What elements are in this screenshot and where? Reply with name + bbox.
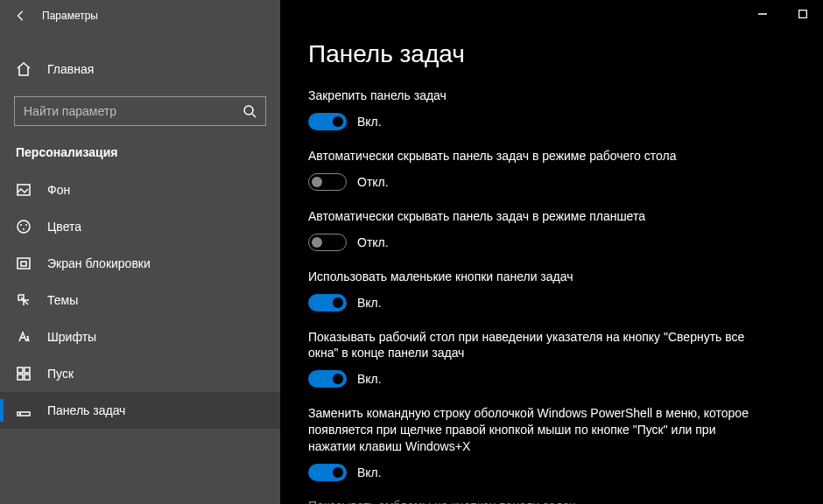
toggle-state: Вкл. bbox=[357, 296, 382, 310]
home-icon bbox=[16, 61, 32, 77]
toggle-state: Вкл. bbox=[357, 372, 382, 386]
svg-point-0 bbox=[244, 106, 253, 115]
start-icon bbox=[16, 366, 32, 382]
window-title: Параметры bbox=[42, 10, 98, 22]
taskbar-icon bbox=[16, 402, 32, 418]
nav-label: Пуск bbox=[47, 367, 74, 381]
setting-small-buttons: Использовать маленькие кнопки панели зад… bbox=[308, 269, 795, 312]
nav-label: Цвета bbox=[47, 220, 81, 234]
svg-rect-11 bbox=[25, 374, 30, 380]
setting-label: Закрепить панель задач bbox=[308, 88, 763, 104]
nav-label: Экран блокировки bbox=[47, 256, 151, 270]
nav-item-background[interactable]: Фон bbox=[0, 172, 280, 208]
maximize-icon bbox=[798, 10, 807, 18]
search-box[interactable] bbox=[14, 96, 266, 126]
svg-point-5 bbox=[23, 228, 25, 230]
toggle-state: Откл. bbox=[357, 235, 389, 249]
nav-item-start[interactable]: Пуск bbox=[0, 355, 280, 392]
setting-label: Автоматически скрывать панель задач в ре… bbox=[308, 208, 763, 225]
nav-label: Темы bbox=[47, 293, 78, 307]
svg-rect-7 bbox=[21, 262, 26, 266]
setting-lock-taskbar: Закрепить панель задач Вкл. bbox=[308, 88, 795, 130]
search-input[interactable] bbox=[24, 104, 243, 118]
toggle-autohide-desktop[interactable] bbox=[308, 173, 347, 191]
nav-item-fonts[interactable]: Шрифты bbox=[0, 318, 280, 355]
content: Панель задач Закрепить панель задач Вкл.… bbox=[280, 0, 823, 504]
nav-label: Шрифты bbox=[47, 330, 96, 344]
setting-label-badges: Показывать эмблемы на кнопках панели зад… bbox=[308, 499, 795, 504]
minimize-icon bbox=[758, 10, 767, 18]
svg-point-3 bbox=[20, 224, 22, 226]
nav-item-taskbar[interactable]: Панель задач bbox=[0, 392, 280, 429]
toggle-state: Вкл. bbox=[357, 466, 382, 480]
picture-icon bbox=[16, 182, 32, 198]
titlebar: Параметры bbox=[0, 0, 280, 32]
svg-rect-10 bbox=[18, 374, 23, 380]
toggle-state: Откл. bbox=[357, 175, 389, 189]
setting-label: Заменить командную строку оболочкой Wind… bbox=[308, 405, 763, 455]
themes-icon bbox=[16, 292, 32, 308]
toggle-powershell[interactable] bbox=[308, 464, 347, 481]
setting-label: Использовать маленькие кнопки панели зад… bbox=[308, 269, 763, 285]
minimize-button[interactable] bbox=[742, 0, 783, 28]
toggle-autohide-tablet[interactable] bbox=[308, 234, 347, 251]
svg-rect-14 bbox=[799, 10, 807, 18]
toggle-small-buttons[interactable] bbox=[308, 294, 347, 312]
nav-label: Панель задач bbox=[47, 403, 125, 417]
search-icon bbox=[243, 104, 257, 118]
nav-item-lockscreen[interactable]: Экран блокировки bbox=[0, 245, 280, 282]
toggle-peek-desktop[interactable] bbox=[308, 370, 347, 388]
svg-rect-9 bbox=[25, 368, 30, 373]
svg-rect-8 bbox=[18, 368, 23, 373]
page-title: Панель задач bbox=[308, 40, 795, 68]
svg-point-2 bbox=[18, 220, 30, 233]
maximize-button[interactable] bbox=[783, 0, 823, 28]
sidebar: Параметры Главная Персонализация Фон Цве… bbox=[0, 0, 280, 504]
category-label: Персонализация bbox=[0, 126, 280, 172]
home-label: Главная bbox=[47, 62, 94, 76]
main-panel: Панель задач Закрепить панель задач Вкл.… bbox=[280, 0, 823, 504]
lockscreen-icon bbox=[16, 256, 32, 271]
arrow-left-icon bbox=[15, 10, 27, 22]
setting-peek-desktop: Показывать рабочий стол при наведении ук… bbox=[308, 329, 795, 388]
nav-list: Фон Цвета Экран блокировки Темы Шрифты П… bbox=[0, 172, 280, 504]
nav-label: Фон bbox=[47, 183, 70, 197]
setting-autohide-desktop: Автоматически скрывать панель задач в ре… bbox=[308, 148, 795, 191]
window-controls bbox=[742, 0, 823, 28]
setting-autohide-tablet: Автоматически скрывать панель задач в ре… bbox=[308, 208, 795, 251]
palette-icon bbox=[16, 219, 32, 234]
nav-item-themes[interactable]: Темы bbox=[0, 282, 280, 318]
toggle-lock-taskbar[interactable] bbox=[308, 113, 347, 130]
svg-point-4 bbox=[25, 224, 27, 226]
setting-powershell: Заменить командную строку оболочкой Wind… bbox=[308, 405, 795, 481]
setting-label: Показывать рабочий стол при наведении ук… bbox=[308, 329, 763, 362]
back-button[interactable] bbox=[7, 2, 35, 30]
toggle-state: Вкл. bbox=[357, 115, 382, 129]
svg-rect-6 bbox=[18, 258, 30, 269]
home-nav[interactable]: Главная bbox=[0, 52, 280, 86]
nav-item-colors[interactable]: Цвета bbox=[0, 208, 280, 245]
fonts-icon bbox=[16, 329, 32, 345]
svg-rect-13 bbox=[19, 413, 21, 415]
setting-label: Автоматически скрывать панель задач в ре… bbox=[308, 148, 763, 164]
